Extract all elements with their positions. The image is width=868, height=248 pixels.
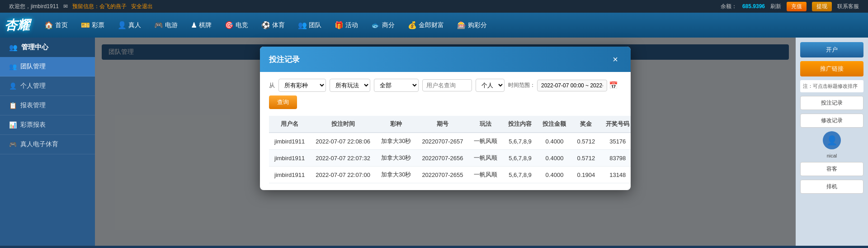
cell-5: 5,6,7,8,9 <box>503 167 537 183</box>
top-bar-left: 欢迎您，jimbird1911 ✉ 预留信息：会飞的燕子 安全退出 <box>9 3 153 10</box>
egame-icon: 🎮 <box>154 21 163 29</box>
sidebar-report-icon: 📋 <box>9 102 17 109</box>
sidebar-title-text: 管理中心 <box>21 43 48 52</box>
nav-buyscore[interactable]: 🎰购彩分 <box>452 18 492 32</box>
sidebar-report-label: 报表管理 <box>20 101 46 110</box>
play-select[interactable]: 所有玩法 一帆风顺 <box>330 79 370 92</box>
cell-0: jimbird1911 <box>269 150 310 167</box>
username-input[interactable] <box>422 79 472 91</box>
query-button[interactable]: 查询 <box>269 95 297 109</box>
col-play: 玩法 <box>468 116 503 133</box>
trade-icon: 🐟 <box>371 21 380 29</box>
table-head: 用户名 投注时间 彩种 期号 玩法 投注内容 投注金额 奖金 开奖号码 状态 <box>269 116 631 133</box>
nav-bar: 杏耀 🏠首页 🎫彩票 👤真人 🎮电游 ♟棋牌 🎯电竞 ⚽体育 👥团队 🎁活动 🐟… <box>0 13 868 38</box>
cell-4: 一帆风顺 <box>468 150 503 167</box>
content-area: 团队管理 投注记录 × 从 所有彩种 加拿大30秒 <box>95 38 796 246</box>
lottery-select[interactable]: 所有彩种 加拿大30秒 <box>278 79 326 92</box>
welcome-text: 欢迎您，jimbird1911 <box>9 3 59 10</box>
modal-close-button[interactable]: × <box>609 53 622 66</box>
nav-egame-label: 电游 <box>165 21 178 29</box>
bet-record-label: 投注记录 <box>821 100 843 106</box>
nav-lottery[interactable]: 🎫彩票 <box>75 18 110 32</box>
nav-team-label: 团队 <box>309 21 321 29</box>
queue-btn[interactable]: 排机 <box>800 180 863 194</box>
cell-8: 35176 <box>600 133 631 150</box>
recharge-button[interactable]: 充值 <box>787 2 807 11</box>
mail-icon: ✉ <box>63 3 68 10</box>
chess-icon: ♟ <box>191 21 197 29</box>
cell-2: 加拿大30秒 <box>376 167 416 183</box>
nav-lottery-label: 彩票 <box>92 21 104 29</box>
nav-sports-label: 体育 <box>272 21 285 29</box>
modal-header: 投注记录 × <box>260 47 631 72</box>
cell-3: 20220707-2655 <box>416 167 468 183</box>
nav-live[interactable]: 👤真人 <box>112 18 146 32</box>
sidebar-team-label: 团队管理 <box>20 62 46 71</box>
cell-4: 一帆风顺 <box>468 133 503 150</box>
nav-esports[interactable]: 🎯电竞 <box>219 18 254 32</box>
nav-wealth[interactable]: 💰金郎财富 <box>402 18 449 32</box>
modal-dialog: 投注记录 × 从 所有彩种 加拿大30秒 所有玩法 一帆风顺 <box>260 47 631 190</box>
cell-3: 20220707-2657 <box>416 133 468 150</box>
modal-title: 投注记录 <box>269 54 300 65</box>
cell-5: 5,6,7,8,9 <box>503 150 537 167</box>
capacity-btn[interactable]: 容客 <box>800 162 863 176</box>
nav-trade-label: 商分 <box>382 21 395 29</box>
withdraw-button[interactable]: 提现 <box>812 2 832 11</box>
share-link-button[interactable]: 推广链接 <box>800 61 863 76</box>
sidebar-item-personal[interactable]: 👤 个人管理 <box>0 76 95 96</box>
amount-select[interactable]: 全部 100元以上 <box>374 79 419 92</box>
buyscore-icon: 🎰 <box>457 21 466 29</box>
service-link[interactable]: 联系客服 <box>837 3 859 10</box>
activity-icon: 🎁 <box>335 21 344 29</box>
nav-egame[interactable]: 🎮电游 <box>149 18 183 32</box>
modify-record-link[interactable]: 修改记录 <box>800 114 863 128</box>
nav-trade[interactable]: 🐟商分 <box>366 18 400 32</box>
nav-chess-label: 棋牌 <box>199 21 212 29</box>
sidebar-item-lottery-report[interactable]: 📊 彩票报表 <box>0 115 95 135</box>
nav-chess[interactable]: ♟棋牌 <box>185 18 217 32</box>
sidebar-item-live-sports[interactable]: 🎮 真人电子休育 <box>0 135 95 154</box>
wealth-icon: 💰 <box>408 21 417 29</box>
nav-activity[interactable]: 🎁活动 <box>329 18 363 32</box>
sidebar-item-report[interactable]: 📋 报表管理 <box>0 96 95 115</box>
sidebar: 👥 管理中心 👥 团队管理 👤 个人管理 📋 报表管理 📊 彩票报表 🎮 真人电… <box>0 38 95 246</box>
scope-select[interactable]: 个人 全部 <box>476 79 505 92</box>
cell-7: 0.5712 <box>571 133 600 150</box>
nav-home[interactable]: 🏠首页 <box>39 18 73 32</box>
modal-body: 从 所有彩种 加拿大30秒 所有玩法 一帆风顺 全部 100元以上 <box>260 72 631 190</box>
calendar-icon[interactable]: 📅 <box>609 81 618 90</box>
cell-1: 2022-07-07 22:07:32 <box>310 150 376 167</box>
nav-sports[interactable]: ⚽体育 <box>256 18 290 32</box>
sidebar-lottery-report-icon: 📊 <box>9 121 17 129</box>
date-range-container: 时间范围： 📅 <box>508 80 618 91</box>
sidebar-item-team[interactable]: 👥 团队管理 <box>0 57 95 76</box>
cell-0: jimbird1911 <box>269 167 310 183</box>
nav-team[interactable]: 👥团队 <box>292 18 327 32</box>
cell-2: 加拿大30秒 <box>376 133 416 150</box>
sports-icon: ⚽ <box>261 21 270 29</box>
refresh-label[interactable]: 刷新 <box>770 3 781 10</box>
date-range-input[interactable] <box>537 80 607 91</box>
time-label: 时间范围： <box>508 81 535 89</box>
col-content: 投注内容 <box>503 116 537 133</box>
table-body: jimbird19112022-07-07 22:08:06加拿大30秒2022… <box>269 133 631 183</box>
main-layout: 👥 管理中心 👥 团队管理 👤 个人管理 📋 报表管理 📊 彩票报表 🎮 真人电… <box>0 38 868 246</box>
esports-icon: 🎯 <box>225 21 234 29</box>
site-logo: 杏耀 <box>5 17 30 34</box>
top-bar-right: 余额： 685.9396 刷新 充值 提现 联系客服 <box>721 2 859 11</box>
user-avatar: 👤 <box>823 131 841 149</box>
bet-record-link[interactable]: 投注记录 <box>800 96 863 110</box>
open-account-button[interactable]: 开户 <box>800 42 863 57</box>
modal-backdrop: 投注记录 × 从 所有彩种 加拿大30秒 所有玩法 一帆风顺 <box>95 38 796 246</box>
logout-link[interactable]: 安全退出 <box>131 3 153 10</box>
cell-0: jimbird1911 <box>269 133 310 150</box>
cell-1: 2022-07-07 22:08:06 <box>310 133 376 150</box>
col-lottery: 彩种 <box>376 116 416 133</box>
filter-row: 从 所有彩种 加拿大30秒 所有玩法 一帆风顺 全部 100元以上 <box>269 79 622 109</box>
col-open-number: 开奖号码 <box>600 116 631 133</box>
cell-6: 0.4000 <box>537 167 571 183</box>
right-panel: 开户 推广链接 注：可点击标题修改排序 投注记录 修改记录 👤 nical 容客… <box>796 38 868 246</box>
cell-7: 0.5712 <box>571 150 600 167</box>
from-label: 从 <box>269 81 275 90</box>
